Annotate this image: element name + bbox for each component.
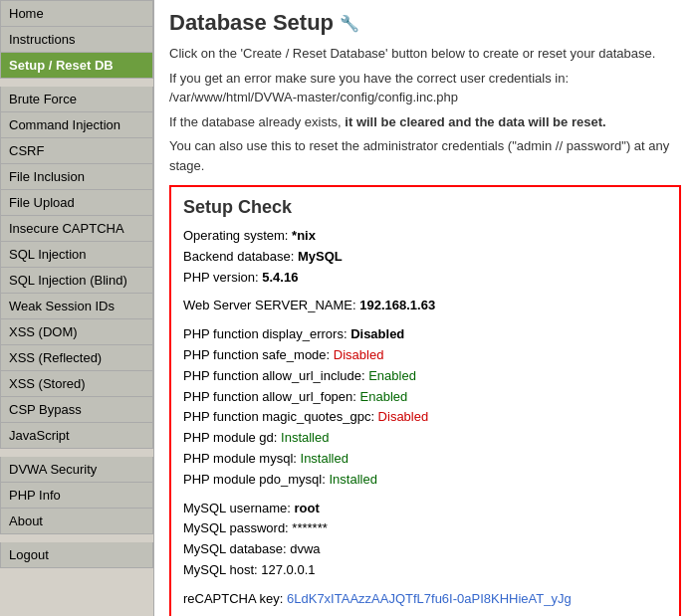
sidebar-item-xss-dom[interactable]: XSS (DOM): [0, 319, 153, 345]
display-errors-label: PHP function display_errors:: [183, 326, 350, 341]
allow-url-include-value: Enabled: [368, 368, 416, 383]
recaptcha-section: reCAPTCHA key: 6LdK7xITAAzzAAJQTfL7fu6I-…: [183, 589, 667, 610]
magic-quotes-value: Disabled: [378, 409, 429, 424]
server-label: Web Server SERVER_NAME:: [183, 298, 359, 312]
mysql-module-label: PHP module mysql:: [183, 451, 301, 466]
mysql-module-line: PHP module mysql: Installed: [183, 449, 667, 470]
gd-line: PHP module gd: Installed: [183, 428, 667, 449]
server-line: Web Server SERVER_NAME: 192.168.1.63: [183, 296, 667, 316]
mysql-user-value: root: [295, 501, 320, 515]
sidebar-item-instructions[interactable]: Instructions: [0, 27, 153, 53]
sidebar-item-sql-injection-blind[interactable]: SQL Injection (Blind): [0, 268, 153, 294]
pdo-value: Installed: [329, 472, 376, 487]
sidebar-item-sql-injection[interactable]: SQL Injection: [0, 242, 153, 268]
divider-2: [0, 449, 153, 457]
display-errors-line: PHP function display_errors: Disabled: [183, 324, 667, 345]
sidebar-item-insecure-captcha[interactable]: Insecure CAPTCHA: [0, 216, 153, 242]
intro-line2: If you get an error make sure you have t…: [169, 69, 681, 107]
mysql-host-value: 127.0.0.1: [261, 562, 315, 577]
sidebar-item-about[interactable]: About: [0, 509, 153, 534]
mysql-pass-value: *******: [292, 520, 327, 535]
mysql-db-value: dvwa: [290, 541, 320, 556]
mysql-section: MySQL username: root MySQL password: ***…: [183, 499, 667, 581]
allow-url-fopen-value: Enabled: [360, 389, 408, 404]
allow-url-include-line: PHP function allow_url_include: Enabled: [183, 366, 667, 387]
gd-value: Installed: [281, 430, 329, 445]
setup-check-box: Setup Check Operating system: *nix Backe…: [169, 185, 681, 616]
php-funcs-section: PHP function display_errors: Disabled PH…: [183, 324, 667, 490]
recaptcha-label: reCAPTCHA key:: [183, 591, 287, 606]
allow-url-include-label: PHP function allow_url_include:: [183, 368, 368, 383]
display-errors-value: Disabled: [350, 326, 404, 341]
sidebar-item-weak-session-ids[interactable]: Weak Session IDs: [0, 294, 153, 319]
server-section: Web Server SERVER_NAME: 192.168.1.63: [183, 296, 667, 316]
intro-path: /var/www/html/DVWA-master/config/config.…: [169, 90, 458, 104]
allow-url-fopen-line: PHP function allow_url_fopen: Enabled: [183, 387, 667, 408]
sidebar-item-javascript[interactable]: JavaScript: [0, 423, 153, 449]
intro-line3: If the database already exists, it will …: [169, 112, 681, 132]
sidebar-item-dvwa-security[interactable]: DVWA Security: [0, 457, 153, 483]
intro-line2-prefix: If you get an error make sure you have t…: [169, 71, 569, 86]
magic-quotes-line: PHP function magic_quotes_gpc: Disabled: [183, 407, 667, 428]
mysql-host-line: MySQL host: 127.0.0.1: [183, 560, 667, 581]
sidebar-item-setup-reset-db[interactable]: Setup / Reset DB: [0, 53, 153, 79]
mysql-pass-line: MySQL password: *******: [183, 518, 667, 539]
backend-value: MySQL: [298, 249, 343, 264]
recaptcha-line: reCAPTCHA key: 6LdK7xITAAzzAAJQTfL7fu6I-…: [183, 589, 667, 610]
sidebar-item-csrf[interactable]: CSRF: [0, 138, 153, 164]
mysql-user-line: MySQL username: root: [183, 499, 667, 519]
mysql-db-line: MySQL database: dvwa: [183, 539, 667, 560]
sidebar-item-file-upload[interactable]: File Upload: [0, 190, 153, 216]
magic-quotes-label: PHP function magic_quotes_gpc:: [183, 409, 378, 424]
mysql-host-label: MySQL host:: [183, 562, 261, 577]
setup-check-title: Setup Check: [183, 197, 667, 218]
sidebar-item-brute-force[interactable]: Brute Force: [0, 87, 153, 112]
sidebar-item-php-info[interactable]: PHP Info: [0, 483, 153, 509]
sidebar-item-xss-stored[interactable]: XSS (Stored): [0, 371, 153, 397]
sidebar-item-file-inclusion[interactable]: File Inclusion: [0, 164, 153, 190]
sidebar-item-home[interactable]: Home: [0, 0, 153, 27]
mysql-pass-label: MySQL password:: [183, 520, 292, 535]
intro-line3-bold: it will be cleared and the data will be …: [345, 114, 605, 129]
divider-1: [0, 79, 153, 87]
server-value: 192.168.1.63: [359, 298, 435, 312]
divider-3: [0, 534, 153, 542]
recaptcha-value: 6LdK7xITAAzzAAJQTfL7fu6I-0aPI8KHHieAT_yJ…: [287, 591, 572, 606]
os-label: Operating system:: [183, 228, 292, 243]
os-value: *nix: [292, 228, 316, 243]
intro-line1: Click on the 'Create / Reset Database' b…: [169, 44, 681, 64]
os-section: Operating system: *nix Backend database:…: [183, 226, 667, 288]
sidebar-item-csp-bypass[interactable]: CSP Bypass: [0, 397, 153, 423]
intro-line4: You can also use this to reset the admin…: [169, 136, 681, 175]
pdo-line: PHP module pdo_mysql: Installed: [183, 470, 667, 491]
intro-line3-plain: If the database already exists,: [169, 114, 345, 129]
pdo-label: PHP module pdo_mysql:: [183, 472, 329, 487]
sidebar-item-command-injection[interactable]: Command Injection: [0, 112, 153, 138]
backend-line: Backend database: MySQL: [183, 247, 667, 268]
gd-label: PHP module gd:: [183, 430, 281, 445]
safe-mode-label: PHP function safe_mode:: [183, 347, 334, 362]
os-line: Operating system: *nix: [183, 226, 667, 247]
php-label: PHP version:: [183, 270, 262, 285]
backend-label: Backend database:: [183, 249, 298, 264]
php-line: PHP version: 5.4.16: [183, 268, 667, 289]
mysql-user-label: MySQL username:: [183, 501, 295, 515]
title-text: Database Setup: [169, 10, 334, 36]
safe-mode-value: Disabled: [334, 347, 384, 362]
safe-mode-line: PHP function safe_mode: Disabled: [183, 345, 667, 366]
sidebar-item-xss-reflected[interactable]: XSS (Reflected): [0, 345, 153, 371]
php-value: 5.4.16: [262, 270, 298, 285]
page-title: Database Setup 🔧: [169, 10, 681, 36]
sidebar-item-logout[interactable]: Logout: [0, 542, 153, 568]
mysql-db-label: MySQL database:: [183, 541, 290, 556]
allow-url-fopen-label: PHP function allow_url_fopen:: [183, 389, 360, 404]
wrench-icon: 🔧: [340, 14, 359, 33]
mysql-module-value: Installed: [301, 451, 348, 466]
